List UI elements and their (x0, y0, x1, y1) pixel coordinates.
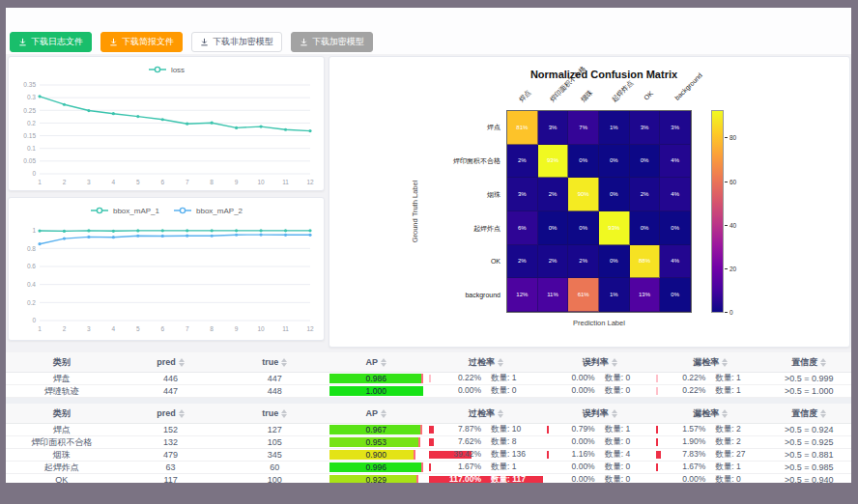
over-rate-cell: 0.22%数量: 1 (427, 373, 546, 384)
data-point (161, 118, 164, 121)
rate-percent: 7.87% (431, 424, 481, 435)
cm-cell: 0% (599, 245, 630, 279)
download-log-file-button[interactable]: 下载日志文件 (10, 32, 92, 52)
x-tick-label: 9 (235, 179, 239, 185)
y-tick-label: 0.3 (27, 94, 36, 100)
cm-cell: 4% (660, 145, 691, 179)
mis-rate-cell: 0.00%数量: 0 (545, 385, 654, 397)
y-tick-label: 0.25 (23, 107, 36, 114)
colorbar-tick (725, 268, 728, 269)
x-tick-label: 8 (210, 325, 214, 332)
pred-cell: 117 (118, 474, 224, 486)
sort-caret[interactable] (281, 358, 287, 367)
table-row: 焊点1521270.9677.87%数量: 100.79%数量: 11.57%数… (6, 424, 851, 436)
sort-caret[interactable] (820, 409, 826, 418)
sort-caret[interactable] (179, 409, 185, 418)
true-cell: 448 (224, 385, 326, 397)
cm-cell-value: 0% (549, 225, 558, 231)
cm-cell: 7% (568, 111, 599, 145)
cm-cell: 0% (599, 178, 630, 211)
data-point (112, 230, 115, 233)
data-point (308, 129, 311, 132)
mis-rate-cell: 1.16%数量: 4 (545, 449, 654, 461)
x-tick-label: 5 (136, 325, 140, 332)
data-point (38, 229, 41, 232)
miss-rate-cell: 0.22%数量: 1 (654, 385, 766, 397)
sort-caret[interactable] (381, 409, 386, 418)
class-name-cell: 焊盘 (6, 373, 118, 384)
sort-caret[interactable] (179, 358, 185, 367)
x-tick-label: 4 (112, 325, 116, 332)
sort-caret[interactable] (612, 409, 617, 418)
rate-count: 数量: 1 (715, 373, 762, 384)
data-point (235, 234, 238, 237)
legend-item-loss[interactable]: loss (148, 65, 185, 74)
legend-item-bbox_mAP_2[interactable]: bbox_mAP_2 (173, 206, 243, 215)
cm-row-label: 起焊炸点 (330, 224, 500, 234)
download-unencrypted-model-button[interactable]: 下载非加密模型 (191, 32, 282, 52)
cm-cell-value: 2% (518, 157, 527, 163)
cm-cell-value: 0% (610, 258, 618, 264)
loss-chart-legend: loss (9, 60, 324, 79)
cm-cell: 6% (507, 211, 538, 245)
rate-percent: 0.00% (549, 385, 594, 397)
column-header-over-rate: 过检率 (427, 352, 546, 372)
rate-count: 数量: 0 (605, 385, 650, 397)
column-header-label: 误判率 (583, 356, 609, 369)
miss-rate-cell: 0.22%数量: 1 (654, 373, 766, 384)
sort-caret[interactable] (722, 409, 728, 418)
cm-cell-value: 11% (547, 292, 558, 297)
cm-cell-value: 3% (671, 125, 679, 130)
data-point (211, 229, 214, 232)
confidence-cell: >0.5 = 0.924 (767, 424, 852, 435)
mis-rate-cell: 0.00%数量: 0 (545, 373, 654, 384)
sort-caret[interactable] (281, 409, 287, 418)
x-tick-label: 12 (306, 179, 314, 185)
data-point (63, 103, 66, 106)
ap-cell: 0.986 (326, 373, 427, 384)
sort-caret[interactable] (722, 358, 728, 367)
cm-cell: 2% (507, 245, 538, 279)
cm-cell-value: 3% (549, 125, 558, 130)
miss-rate-cell: 1.90%数量: 2 (654, 436, 766, 448)
true-cell: 60 (224, 462, 326, 473)
download-encrypted-model-button[interactable]: 下载加密模型 (291, 32, 373, 52)
cm-cell-value: 1% (610, 292, 618, 297)
column-header-pred: pred (118, 352, 224, 372)
sort-caret[interactable] (381, 358, 386, 367)
download-report-file-button[interactable]: 下载简报文件 (100, 32, 183, 52)
ap-cell: 0.967 (326, 424, 427, 435)
column-header-label: true (262, 357, 278, 367)
rate-count: 数量: 1 (715, 462, 762, 473)
sort-caret[interactable] (612, 358, 617, 367)
over-rate-cell: 1.67%数量: 1 (427, 462, 546, 473)
sort-caret[interactable] (498, 358, 503, 367)
ap-cell: 0.929 (326, 474, 427, 486)
legend-item-bbox_mAP_1[interactable]: bbox_mAP_1 (90, 206, 159, 215)
column-header-ap: AP (326, 352, 427, 372)
cm-cell-value: 13% (639, 292, 650, 297)
rate-count: 数量: 4 (605, 449, 650, 461)
cm-column-label: OK (643, 90, 654, 101)
confidence-cell: >0.5 = 0.940 (767, 474, 852, 486)
sort-caret[interactable] (498, 409, 503, 418)
ap-value: 0.953 (329, 437, 423, 447)
cm-cell: 0% (660, 278, 691, 312)
column-header-misjudge-rate: 误判率 (545, 352, 654, 372)
ap-value: 0.996 (329, 462, 423, 472)
rate-percent: 0.79% (549, 424, 594, 435)
data-point (136, 235, 139, 238)
y-tick-label: 0.05 (23, 157, 36, 164)
colorbar-tick (725, 225, 728, 226)
ap-value: 0.929 (329, 475, 423, 485)
rate-count: 数量: 1 (715, 385, 762, 397)
table-row: 焊印面积不合格1321050.9537.62%数量: 80.00%数量: 01.… (6, 436, 851, 449)
true-cell: 345 (224, 449, 326, 461)
cm-cell-value: 0% (579, 225, 587, 231)
table-header-row: 类别predtrueAP过检率误判率漏检率置信度 (6, 404, 851, 424)
data-point (211, 122, 214, 125)
x-tick-label: 5 (136, 179, 140, 185)
sort-caret[interactable] (820, 358, 826, 367)
data-point (136, 229, 139, 232)
x-tick-label: 6 (160, 179, 164, 185)
